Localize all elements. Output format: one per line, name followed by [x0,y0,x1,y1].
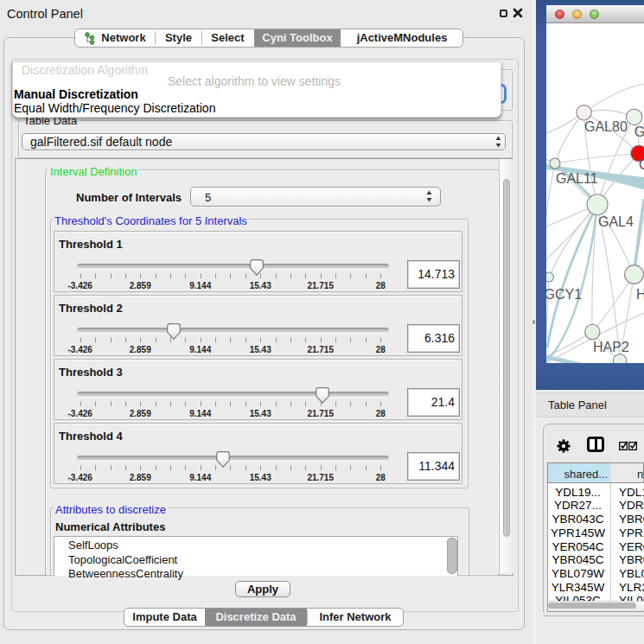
svg-text:HI: HI [636,287,644,302]
svg-text:GCY1: GCY1 [546,287,582,302]
svg-text:GAL11: GAL11 [556,171,598,186]
svg-text:C: C [639,157,644,172]
svg-text:GA: GA [634,124,644,139]
svg-text:HAP2: HAP2 [593,340,629,354]
svg-text:GAL4: GAL4 [598,214,634,229]
svg-text:GAL80: GAL80 [584,119,628,134]
